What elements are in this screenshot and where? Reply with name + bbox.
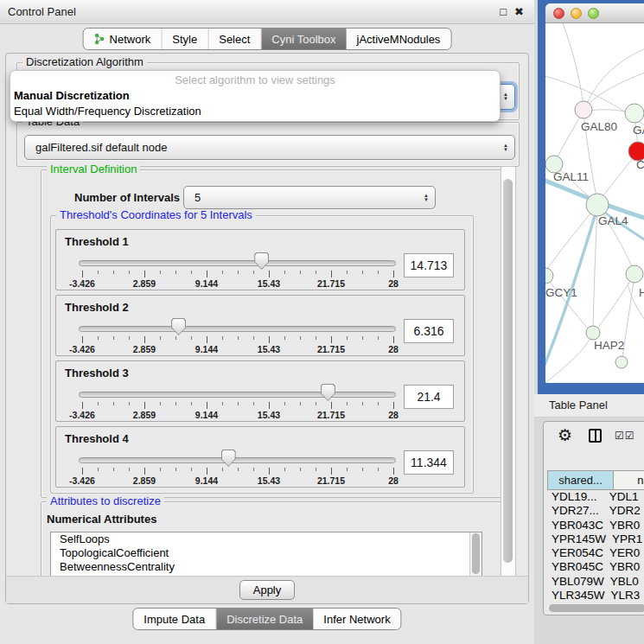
close-window-icon[interactable]: ✖ [514,5,524,18]
slider-tick-label: 2.859 [120,278,169,289]
slider-thumb[interactable] [221,450,236,467]
node-label: GAL80 [581,120,617,133]
list-scrollbar[interactable] [469,532,481,576]
close-traffic-light-icon[interactable] [553,8,564,19]
tab-label: Cyni Toolbox [271,33,335,46]
zoom-traffic-light-icon[interactable] [588,8,599,19]
tab-select[interactable]: Select [208,29,261,49]
control-panel-scrollbar[interactable] [501,166,516,596]
slider-thumb[interactable] [254,252,269,270]
slider-tick [98,271,99,274]
slider-thumb[interactable] [171,318,186,335]
minimize-traffic-light-icon[interactable] [571,8,582,19]
network-node[interactable] [625,104,644,123]
float-window-icon[interactable]: □ [500,5,507,18]
slider-tick [316,402,316,405]
slider-tick-label: 15.43 [245,475,293,486]
algorithm-option-manual-discretization[interactable]: Manual Discretization [10,88,500,104]
tab-infer-network[interactable]: Infer Network [313,609,400,629]
num-intervals-combobox[interactable]: 5 ▲▼ [183,186,436,209]
node-label: HAP2 [594,339,624,352]
tab-network[interactable]: Network [84,29,163,49]
slider-tick [144,468,145,475]
network-window-titlebar[interactable] [545,3,644,23]
slider-tick [316,468,316,471]
slider-tick [175,468,176,471]
slider-tick [113,271,114,274]
slider-tick [191,336,192,340]
network-node[interactable] [545,268,553,284]
algorithm-option-equal-width-frequency-discretization[interactable]: Equal Width/Frequency Discretization [10,104,500,119]
control-panel-scrollbar-thumb[interactable] [503,179,513,563]
tab-discretize-data[interactable]: Discretize Data [216,609,313,629]
network-node[interactable] [575,101,592,118]
cell-name: YBR0 [603,519,644,532]
split-columns-icon[interactable] [589,429,602,443]
slider-tick [284,271,285,274]
slider-tick [207,336,207,343]
tab-jactivemnodules[interactable]: jActiveMNodules [347,29,451,49]
table-row[interactable]: YDL19...YDL1 [547,490,644,504]
table-row[interactable]: YLR345WYLR3 [547,589,644,603]
table-row[interactable]: YER054CYER0 [547,546,644,560]
threshold-value-field[interactable]: 6.316 [404,319,454,343]
slider-track[interactable] [79,260,396,266]
interval-definition-group: Interval Definition Number of Intervals … [41,169,502,498]
slider-tick [393,402,394,409]
slider-tick [113,402,114,405]
network-node[interactable] [615,356,628,368]
list-item[interactable]: BetweennessCentrality [51,560,481,574]
combo-arrows-icon: ▲▼ [503,143,508,152]
slider-tick [222,402,223,405]
table-data-combobox[interactable]: galFiltered.sif default node ▲▼ [24,135,515,160]
network-node[interactable] [586,326,600,340]
slider-tick-label: 9.144 [182,475,231,486]
column-header-name[interactable]: na [614,470,644,490]
network-node[interactable] [586,194,609,216]
tab-style[interactable]: Style [162,29,208,49]
threshold-label: Threshold 1 [65,235,129,248]
slider-tick-label: 15.43 [245,344,293,354]
network-view-window: GAL80GACGAL11GAL4GCY1HHAP2 [538,0,644,394]
slider-tick-label: -3.426 [58,344,106,354]
slider-tick-label: -3.426 [58,475,106,486]
tab-cyni-toolbox[interactable]: Cyni Toolbox [261,29,346,49]
slider-tick [175,336,176,340]
table-row[interactable]: YDR27...YDR2 [547,504,644,518]
slider-tick-label: 9.144 [182,278,231,289]
threshold-value-field[interactable]: 14.713 [404,253,454,277]
slider-track[interactable] [79,457,396,463]
slider-thumb[interactable] [321,384,335,401]
slider-tick-label: 15.43 [245,278,293,289]
checkbox-icons[interactable]: ☑☑ [615,430,635,442]
table-hscrollbar-thumb[interactable] [549,604,644,612]
list-item[interactable]: TopologicalCoefficient [51,546,481,560]
table-row[interactable]: YBR045CYBR0 [547,560,644,574]
slider-track[interactable] [79,326,396,332]
list-item[interactable]: SelfLoops [51,532,481,546]
threshold-value-field[interactable]: 11.344 [404,450,454,475]
threshold-value-field[interactable]: 21.4 [404,385,454,409]
table-row[interactable]: YBL079WYBL0 [547,575,644,589]
node-label: C [636,158,644,171]
apply-button[interactable]: Apply [239,580,295,600]
slider-tick [253,336,254,340]
table-hscrollbar[interactable] [547,604,644,612]
slider-tick [82,336,83,343]
list-scrollbar-thumb[interactable] [472,533,480,574]
slider-tick [269,271,270,277]
attributes-group-title: Attributes to discretize [47,495,164,507]
table-row[interactable]: YPR145WYPR1 [547,532,644,546]
network-node[interactable] [626,265,643,283]
tab-impute-data[interactable]: Impute Data [133,609,216,629]
table-row[interactable]: YBR043CYBR0 [547,519,644,532]
gear-icon[interactable]: ⚙ [558,425,572,445]
tab-label: Infer Network [323,613,390,626]
column-header-shared-name[interactable]: shared... [547,470,614,490]
network-canvas[interactable]: GAL80GACGAL11GAL4GCY1HHAP2 [545,23,644,383]
cell-name: YBR0 [603,560,644,574]
slider-tick [393,336,394,343]
numerical-attributes-list[interactable]: SelfLoopsTopologicalCoefficientBetweenne… [50,532,482,577]
slider-track[interactable] [79,392,396,398]
threshold-panel: Threshold 4-3.4262.8599.14415.4321.71528… [55,426,465,488]
